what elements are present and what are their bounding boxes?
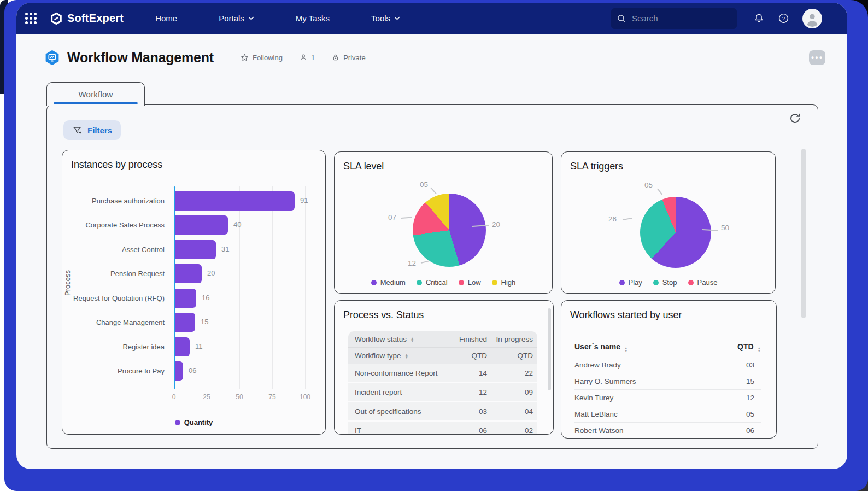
pie-slice-value-label: 12 xyxy=(408,259,416,267)
filter-funnel-icon xyxy=(72,125,83,136)
table-row[interactable]: Kevin Turey12 xyxy=(574,390,761,406)
tab-active-indicator xyxy=(54,102,138,104)
table-row[interactable]: Matt LeBlanc05 xyxy=(574,406,761,423)
star-icon xyxy=(240,53,249,62)
cell-workflow-type: Non-conformance Report xyxy=(348,364,451,382)
table-subheader-row: Workflow type▲▼ QTD QTD xyxy=(348,348,537,364)
column-header-workflow-status[interactable]: Workflow status▲▼ xyxy=(348,331,451,347)
column-header-workflow-type[interactable]: Workflow type▲▼ xyxy=(348,348,451,364)
chevron-down-icon xyxy=(394,16,400,20)
legend-dot xyxy=(619,280,625,285)
sla-level-legend: MediumCriticalLowHigh xyxy=(335,278,552,287)
x-tick-label: 25 xyxy=(203,393,210,401)
app-grid-icon[interactable] xyxy=(25,13,37,24)
cell-qtd: 15 xyxy=(746,377,761,385)
more-options-button[interactable]: ●●● xyxy=(809,50,825,65)
nav-item-label: Tools xyxy=(371,14,390,23)
help-icon[interactable]: ? xyxy=(778,13,789,24)
brand-logo[interactable]: SoftExpert xyxy=(50,12,124,25)
filters-button[interactable]: Filters xyxy=(63,120,121,140)
filters-label: Filters xyxy=(87,126,112,135)
pie-label-leader-line xyxy=(430,187,436,194)
search-icon xyxy=(617,14,626,24)
bar-value-label: 15 xyxy=(201,318,208,326)
bar-chart-legend: Quantity xyxy=(62,418,325,426)
table-row[interactable]: Andrew Brady03 xyxy=(574,357,761,373)
pie-slice-value-label: 20 xyxy=(492,220,500,229)
top-navbar: SoftExpert HomePortalsMy TasksTools ? xyxy=(16,3,847,34)
card-title: Workflows started by user xyxy=(570,309,682,321)
cell-in-progress-qtd: 02 xyxy=(495,422,537,435)
person-icon xyxy=(299,53,308,62)
table-row[interactable]: Incident report1209 xyxy=(348,383,537,402)
bar-category-label: Pension Request xyxy=(62,270,169,278)
chevron-down-icon xyxy=(248,16,254,20)
legend-dot xyxy=(175,420,180,425)
card-workflows-by-user: Workflows started by user User´s name▲▼ … xyxy=(561,300,777,439)
search-box[interactable] xyxy=(611,8,737,29)
cell-finished-qtd: 03 xyxy=(451,402,495,420)
nav-item-home[interactable]: Home xyxy=(155,14,177,23)
cell-user-name: Harry O. Summers xyxy=(574,377,636,385)
cell-qtd: 05 xyxy=(746,410,761,418)
legend-label: Low xyxy=(468,278,481,287)
bar-category-label: Change Management xyxy=(62,318,169,326)
bar xyxy=(175,264,202,283)
legend-label: Play xyxy=(629,278,642,287)
sort-icon[interactable]: ▲▼ xyxy=(624,347,627,352)
card-title: SLA triggers xyxy=(570,161,623,172)
table-row[interactable]: Non-conformance Report1422 xyxy=(348,364,537,383)
table-row[interactable]: Robert Watson06 xyxy=(574,423,761,439)
privacy-status[interactable]: Private xyxy=(331,53,365,62)
search-input[interactable] xyxy=(631,13,726,24)
legend-item: Quantity xyxy=(175,418,213,426)
bar-value-label: 31 xyxy=(221,245,229,253)
pie-label-leader-line xyxy=(657,188,662,195)
sort-icon[interactable]: ▲▼ xyxy=(758,347,761,352)
page-title: Workflow Management xyxy=(67,50,214,66)
table-row[interactable]: Out of specifications0304 xyxy=(348,402,537,422)
cell-workflow-type: Out of specifications xyxy=(348,402,451,420)
following-toggle[interactable]: Following xyxy=(240,53,283,62)
cell-qtd: 06 xyxy=(746,426,761,435)
softexpert-logo-icon xyxy=(50,12,63,25)
header-divider xyxy=(44,72,825,72)
refresh-icon[interactable] xyxy=(789,112,801,125)
nav-item-portals[interactable]: Portals xyxy=(219,14,254,23)
tab-workflow[interactable]: Workflow xyxy=(46,82,145,106)
bar xyxy=(175,337,190,356)
table-scrollbar[interactable] xyxy=(548,308,551,390)
bar-category-label: Corporate Sales Process xyxy=(62,221,169,229)
table-row[interactable]: Harry O. Summers15 xyxy=(574,373,761,390)
members-count[interactable]: 1 xyxy=(299,53,315,62)
dashboard-panel: Filters Instances by process Process 025… xyxy=(46,104,818,449)
sla-triggers-legend: PlayStopPause xyxy=(561,278,775,287)
pie-slice-value-label: 05 xyxy=(644,181,653,189)
bar-row: Request for Quotation (RFQ)16 xyxy=(62,286,325,311)
sort-icon[interactable]: ▲▼ xyxy=(410,337,414,342)
process-status-table-body: Non-conformance Report1422Incident repor… xyxy=(348,364,537,435)
cell-in-progress-qtd: 22 xyxy=(495,364,537,382)
cell-user-name: Kevin Turey xyxy=(574,394,613,402)
table-row[interactable]: IT0602 xyxy=(348,422,537,435)
sort-icon[interactable]: ▲▼ xyxy=(405,353,408,359)
bar-value-label: 16 xyxy=(202,294,209,302)
column-header-qtd[interactable]: QTD▲▼ xyxy=(737,342,761,352)
column-header-finished: Finished xyxy=(451,331,495,347)
user-avatar[interactable] xyxy=(802,9,822,28)
bar-category-label: Procure to Pay xyxy=(62,367,169,375)
bar-track: 15 xyxy=(169,313,325,332)
workflow-app-icon xyxy=(44,49,61,66)
nav-item-my-tasks[interactable]: My Tasks xyxy=(296,14,330,23)
column-header-in-progress: In progress xyxy=(495,331,537,347)
members-count-label: 1 xyxy=(311,54,315,62)
legend-item: Critical xyxy=(417,278,448,287)
notifications-bell-icon[interactable] xyxy=(753,13,765,24)
column-header-users-name[interactable]: User´s name▲▼ xyxy=(574,342,627,352)
panel-scrollbar[interactable] xyxy=(801,149,806,318)
nav-item-tools[interactable]: Tools xyxy=(371,14,400,23)
pie-slice-value-label: 26 xyxy=(608,215,617,223)
bar-category-label: Request for Quotation (RFQ) xyxy=(62,294,169,302)
app-window: SoftExpert HomePortalsMy TasksTools ? xyxy=(16,3,847,469)
x-tick-label: 75 xyxy=(268,393,275,401)
